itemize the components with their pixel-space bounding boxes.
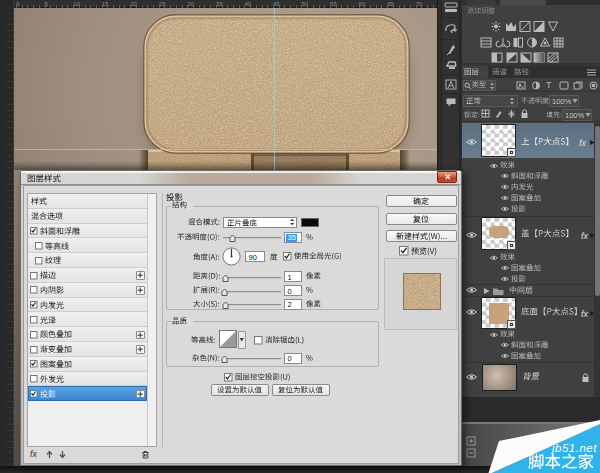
svg-text:T: T — [546, 80, 552, 90]
